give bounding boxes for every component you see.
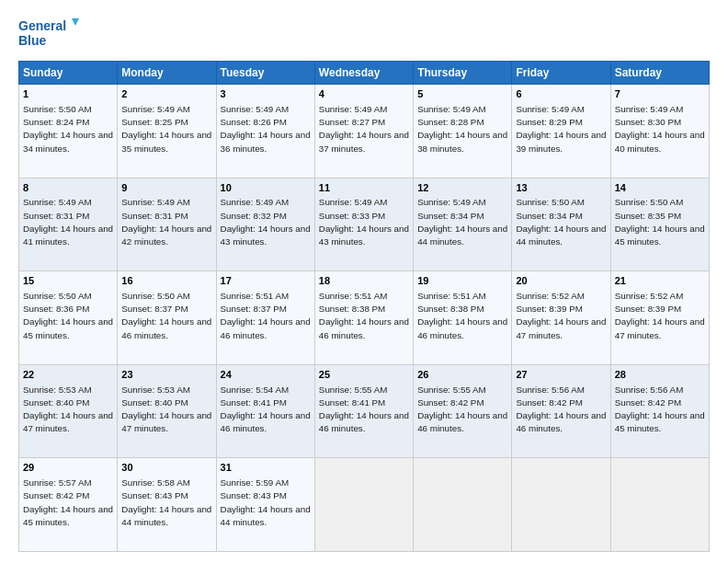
svg-text:Blue: Blue — [18, 33, 47, 48]
day-number: 10 — [221, 181, 311, 195]
day-sunset: Sunset: 8:36 PM — [23, 304, 89, 314]
calendar-cell: 7Sunrise: 5:49 AMSunset: 8:30 PMDaylight… — [610, 85, 709, 178]
day-sunset: Sunset: 8:25 PM — [121, 117, 188, 127]
logo-svg: General Blue — [18, 15, 83, 52]
calendar-cell: 14Sunrise: 5:50 AMSunset: 8:35 PMDayligh… — [610, 178, 709, 271]
weekday-sunday: Sunday — [19, 62, 118, 85]
header: General Blue — [18, 15, 710, 52]
day-sunrise: Sunrise: 5:50 AM — [23, 104, 92, 114]
day-sunrise: Sunrise: 5:50 AM — [23, 291, 92, 301]
day-sunset: Sunset: 8:28 PM — [417, 117, 483, 127]
day-number: 8 — [23, 181, 113, 195]
day-sunrise: Sunrise: 5:51 AM — [417, 291, 486, 301]
day-number: 11 — [319, 181, 409, 195]
day-number: 27 — [516, 368, 606, 382]
day-number: 2 — [121, 87, 211, 101]
calendar-week-3: 15Sunrise: 5:50 AMSunset: 8:36 PMDayligh… — [19, 271, 710, 365]
day-number: 13 — [516, 181, 606, 195]
day-sunrise: Sunrise: 5:49 AM — [221, 104, 290, 114]
day-daylight: Daylight: 14 hours and 43 minutes. — [221, 224, 311, 247]
day-daylight: Daylight: 14 hours and 34 minutes. — [23, 130, 113, 153]
day-number: 6 — [516, 87, 606, 101]
day-sunset: Sunset: 8:42 PM — [417, 397, 483, 408]
day-sunrise: Sunrise: 5:55 AM — [319, 385, 388, 395]
day-sunrise: Sunrise: 5:49 AM — [121, 197, 190, 207]
weekday-tuesday: Tuesday — [216, 62, 314, 85]
day-sunrise: Sunrise: 5:53 AM — [121, 385, 190, 395]
day-daylight: Daylight: 14 hours and 46 minutes. — [417, 410, 507, 433]
calendar-cell: 11Sunrise: 5:49 AMSunset: 8:33 PMDayligh… — [314, 178, 413, 271]
day-sunset: Sunset: 8:34 PM — [417, 211, 483, 221]
day-sunset: Sunset: 8:42 PM — [516, 397, 582, 408]
calendar-cell: 10Sunrise: 5:49 AMSunset: 8:32 PMDayligh… — [216, 178, 314, 271]
day-daylight: Daylight: 14 hours and 45 minutes. — [23, 504, 113, 527]
day-sunset: Sunset: 8:32 PM — [221, 211, 287, 221]
day-daylight: Daylight: 14 hours and 41 minutes. — [23, 224, 113, 247]
day-sunrise: Sunrise: 5:49 AM — [417, 197, 486, 207]
day-number: 14 — [615, 181, 705, 195]
calendar-body: 1Sunrise: 5:50 AMSunset: 8:24 PMDaylight… — [19, 85, 710, 552]
calendar-cell — [512, 458, 610, 552]
day-daylight: Daylight: 14 hours and 47 minutes. — [23, 410, 113, 433]
day-sunset: Sunset: 8:41 PM — [319, 397, 385, 408]
day-sunrise: Sunrise: 5:49 AM — [121, 104, 190, 114]
day-daylight: Daylight: 14 hours and 44 minutes. — [417, 224, 507, 247]
day-sunset: Sunset: 8:34 PM — [516, 211, 582, 221]
day-sunset: Sunset: 8:33 PM — [319, 211, 385, 221]
calendar-cell — [414, 458, 512, 552]
calendar-week-1: 1Sunrise: 5:50 AMSunset: 8:24 PMDaylight… — [19, 85, 710, 178]
calendar-cell: 28Sunrise: 5:56 AMSunset: 8:42 PMDayligh… — [610, 364, 709, 458]
calendar-cell: 31Sunrise: 5:59 AMSunset: 8:43 PMDayligh… — [216, 458, 314, 552]
day-number: 30 — [121, 461, 211, 475]
day-sunset: Sunset: 8:24 PM — [23, 117, 89, 127]
day-daylight: Daylight: 14 hours and 47 minutes. — [516, 316, 606, 339]
day-sunset: Sunset: 8:30 PM — [615, 117, 681, 127]
calendar-cell: 9Sunrise: 5:49 AMSunset: 8:31 PMDaylight… — [118, 178, 216, 271]
logo: General Blue — [18, 15, 83, 52]
calendar-cell: 18Sunrise: 5:51 AMSunset: 8:38 PMDayligh… — [314, 271, 413, 365]
day-daylight: Daylight: 14 hours and 43 minutes. — [319, 224, 409, 247]
day-sunset: Sunset: 8:42 PM — [23, 490, 89, 500]
day-daylight: Daylight: 14 hours and 36 minutes. — [221, 130, 311, 153]
day-daylight: Daylight: 14 hours and 37 minutes. — [319, 130, 409, 153]
day-sunrise: Sunrise: 5:50 AM — [121, 291, 190, 301]
day-sunset: Sunset: 8:39 PM — [615, 304, 681, 314]
day-sunrise: Sunrise: 5:49 AM — [516, 104, 585, 114]
calendar-cell: 5Sunrise: 5:49 AMSunset: 8:28 PMDaylight… — [414, 85, 512, 178]
calendar-cell: 16Sunrise: 5:50 AMSunset: 8:37 PMDayligh… — [118, 271, 216, 365]
day-sunset: Sunset: 8:38 PM — [319, 304, 385, 314]
calendar-cell: 23Sunrise: 5:53 AMSunset: 8:40 PMDayligh… — [118, 364, 216, 458]
day-number: 19 — [417, 274, 507, 288]
calendar-cell: 13Sunrise: 5:50 AMSunset: 8:34 PMDayligh… — [512, 178, 610, 271]
day-sunrise: Sunrise: 5:49 AM — [23, 197, 92, 207]
day-sunset: Sunset: 8:42 PM — [615, 397, 681, 408]
day-sunset: Sunset: 8:35 PM — [615, 211, 681, 221]
calendar-cell: 21Sunrise: 5:52 AMSunset: 8:39 PMDayligh… — [610, 271, 709, 365]
day-daylight: Daylight: 14 hours and 46 minutes. — [221, 316, 311, 339]
day-daylight: Daylight: 14 hours and 39 minutes. — [516, 130, 606, 153]
weekday-saturday: Saturday — [610, 62, 709, 85]
calendar-cell: 30Sunrise: 5:58 AMSunset: 8:43 PMDayligh… — [118, 458, 216, 552]
day-sunset: Sunset: 8:27 PM — [319, 117, 385, 127]
day-sunrise: Sunrise: 5:59 AM — [221, 477, 290, 488]
day-sunset: Sunset: 8:43 PM — [221, 490, 287, 500]
calendar-cell: 6Sunrise: 5:49 AMSunset: 8:29 PMDaylight… — [512, 85, 610, 178]
svg-text:General: General — [18, 18, 66, 33]
day-daylight: Daylight: 14 hours and 46 minutes. — [417, 316, 507, 339]
calendar-week-4: 22Sunrise: 5:53 AMSunset: 8:40 PMDayligh… — [19, 364, 710, 458]
day-daylight: Daylight: 14 hours and 40 minutes. — [615, 130, 705, 153]
day-number: 7 — [615, 87, 705, 101]
calendar-cell: 19Sunrise: 5:51 AMSunset: 8:38 PMDayligh… — [414, 271, 512, 365]
calendar-cell: 17Sunrise: 5:51 AMSunset: 8:37 PMDayligh… — [216, 271, 314, 365]
calendar-week-5: 29Sunrise: 5:57 AMSunset: 8:42 PMDayligh… — [19, 458, 710, 552]
day-sunrise: Sunrise: 5:57 AM — [23, 477, 92, 488]
svg-marker-2 — [72, 18, 79, 26]
day-sunrise: Sunrise: 5:56 AM — [516, 385, 585, 395]
day-daylight: Daylight: 14 hours and 44 minutes. — [221, 504, 311, 527]
day-number: 17 — [221, 274, 311, 288]
calendar-cell: 12Sunrise: 5:49 AMSunset: 8:34 PMDayligh… — [414, 178, 512, 271]
page: General Blue SundayMondayTuesdayWednesda… — [0, 0, 728, 563]
day-sunrise: Sunrise: 5:49 AM — [417, 104, 486, 114]
day-sunrise: Sunrise: 5:55 AM — [417, 385, 486, 395]
calendar-cell: 29Sunrise: 5:57 AMSunset: 8:42 PMDayligh… — [19, 458, 118, 552]
